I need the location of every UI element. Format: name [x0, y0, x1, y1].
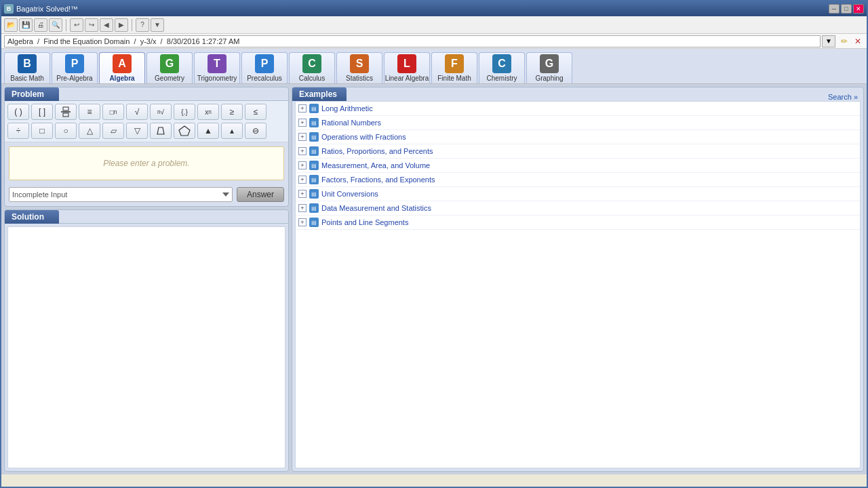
search-link[interactable]: Search » [828, 90, 863, 101]
example-item-data-measurement[interactable]: + ▤ Data Measurement and Statistics [296, 201, 860, 216]
back-button[interactable]: ◀ [100, 18, 113, 32]
exponent-symbol[interactable]: □n [102, 104, 124, 120]
tab-algebra[interactable]: A Algebra [99, 52, 145, 83]
triangle-symbol[interactable]: △ [79, 123, 100, 139]
app-icon: B [4, 4, 14, 14]
title-bar-left: B Bagatrix Solved!™ [4, 4, 78, 14]
paren-symbol[interactable]: ( ) [7, 104, 29, 120]
problem-section: Problem ( ) [ ] ≡ □n √ n√ {.} [4, 87, 289, 207]
geq-symbol[interactable]: ≥ [221, 104, 243, 120]
help-button[interactable]: ? [136, 18, 149, 32]
finite-math-icon: F [445, 54, 464, 73]
absolute-symbol[interactable]: {.} [174, 104, 195, 120]
answer-button[interactable]: Answer [237, 187, 284, 202]
tab-basic-math[interactable]: B Basic Math [4, 52, 50, 83]
clear-breadcrumb-button[interactable]: ✕ [852, 35, 864, 47]
example-label-ratios: Ratios, Proportions, and Percents [321, 147, 433, 155]
tab-statistics[interactable]: S Statistics [336, 52, 382, 83]
algebra-label: Algebra [109, 75, 134, 82]
breadcrumb-input[interactable] [4, 35, 821, 47]
circle-symbol[interactable]: ○ [55, 123, 77, 139]
algebra-icon: A [113, 54, 132, 73]
example-item-operations-fractions[interactable]: + ▤ Operations with Fractions [296, 130, 860, 144]
linear-algebra-label: Linear Algebra [385, 75, 429, 82]
tab-chemistry[interactable]: C Chemistry [479, 52, 525, 83]
zoom-button[interactable]: 🔍 [49, 18, 62, 32]
triangle2-symbol[interactable]: ▽ [126, 123, 148, 139]
divide-symbol[interactable]: ÷ [7, 123, 29, 139]
solution-section: Solution [4, 209, 289, 472]
svg-rect-1 [63, 107, 68, 110]
print-button[interactable]: 🖨 [34, 18, 47, 32]
status-dropdown[interactable]: Incomplete Input [9, 187, 233, 202]
calculus-label: Calculus [299, 75, 325, 82]
tab-finite-math[interactable]: F Finite Math [431, 52, 477, 83]
bracket-symbol[interactable]: [ ] [31, 104, 53, 120]
main-window: B Bagatrix Solved!™ ─ □ ✕ 📂 💾 🖨 🔍 ↩ ↪ ◀ … [0, 0, 868, 488]
close-button[interactable]: ✕ [853, 4, 864, 14]
open-button[interactable]: 📂 [4, 18, 18, 32]
tab-pre-algebra[interactable]: P Pre-Algebra [52, 52, 98, 83]
fraction-symbol[interactable] [55, 104, 77, 120]
save-button[interactable]: 💾 [19, 18, 33, 32]
example-item-factors[interactable]: + ▤ Factors, Fractions, and Exponents [296, 173, 860, 187]
minus-circle-symbol[interactable]: ⊖ [245, 123, 267, 139]
expand-icon-unit-conversions[interactable]: + [298, 190, 307, 198]
problem-input-area[interactable]: Please enter a problem. [9, 146, 284, 180]
example-item-rational-numbers[interactable]: + ▤ Rational Numbers [296, 116, 860, 130]
statistics-icon: S [350, 54, 369, 73]
example-item-long-arithmetic[interactable]: + ▤ Long Arithmetic [296, 102, 860, 116]
expand-icon-measurement[interactable]: + [298, 161, 307, 169]
svg-marker-4 [179, 126, 190, 136]
example-label-operations-fractions: Operations with Fractions [321, 133, 406, 141]
solution-header: Solution [5, 210, 59, 224]
redo-button[interactable]: ↪ [85, 18, 98, 32]
help-dropdown-button[interactable]: ▼ [151, 18, 164, 32]
triangle4-symbol[interactable]: ▴ [221, 123, 243, 139]
example-item-unit-conversions[interactable]: + ▤ Unit Conversions [296, 187, 860, 201]
leq-symbol[interactable]: ≤ [245, 104, 267, 120]
nth-root-symbol[interactable]: n√ [150, 104, 172, 120]
maximize-button[interactable]: □ [841, 4, 852, 14]
expand-icon-data-measurement[interactable]: + [298, 204, 307, 212]
svg-marker-3 [157, 127, 164, 134]
title-bar: B Bagatrix Solved!™ ─ □ ✕ [1, 1, 867, 16]
tab-precalculus[interactable]: P Precalculus [241, 52, 288, 83]
expand-icon-operations-fractions[interactable]: + [298, 133, 307, 141]
category-icon-data-measurement: ▤ [309, 203, 319, 213]
example-item-measurement[interactable]: + ▤ Measurement, Area, and Volume [296, 159, 860, 173]
undo-button[interactable]: ↩ [70, 18, 83, 32]
symbol-row-2: ÷ □ ○ △ ▱ ▽ ▲ ▴ ⊖ [7, 123, 285, 139]
superscript-symbol[interactable]: xn [197, 104, 219, 120]
expand-icon-factors[interactable]: + [298, 176, 307, 184]
expand-icon-long-arithmetic[interactable]: + [298, 104, 307, 113]
separator-1 [66, 19, 66, 31]
tab-trigonometry[interactable]: T Trigonometry [194, 52, 240, 83]
expand-icon-ratios[interactable]: + [298, 147, 307, 155]
symbol-toolbar: ( ) [ ] ≡ □n √ n√ {.} xn ≥ ≤ [5, 101, 288, 142]
expand-icon-rational-numbers[interactable]: + [298, 119, 307, 127]
symbol-row-1: ( ) [ ] ≡ □n √ n√ {.} xn ≥ ≤ [7, 104, 285, 120]
trapezoid-symbol[interactable] [150, 123, 172, 139]
equals-symbol[interactable]: ≡ [79, 104, 100, 120]
parallelogram-symbol[interactable]: ▱ [102, 123, 124, 139]
expand-icon-points[interactable]: + [298, 218, 307, 226]
tab-graphing[interactable]: G Graphing [526, 52, 572, 83]
edit-breadcrumb-button[interactable]: ✏ [838, 35, 850, 47]
square-symbol[interactable]: □ [31, 123, 53, 139]
problem-header-bar: Problem [5, 87, 288, 101]
minimize-button[interactable]: ─ [829, 4, 840, 14]
tab-geometry[interactable]: G Geometry [146, 52, 193, 83]
triangle3-symbol[interactable]: ▲ [197, 123, 219, 139]
left-panel: Problem ( ) [ ] ≡ □n √ n√ {.} [4, 87, 289, 472]
breadcrumb-dropdown[interactable]: ▼ [822, 35, 835, 47]
forward-button[interactable]: ▶ [115, 18, 128, 32]
example-item-points[interactable]: + ▤ Points and Line Segments [296, 216, 860, 230]
finite-math-label: Finite Math [437, 75, 471, 82]
pentagon-symbol[interactable] [174, 123, 195, 139]
example-item-ratios[interactable]: + ▤ Ratios, Proportions, and Percents [296, 144, 860, 159]
tab-calculus[interactable]: C Calculus [289, 52, 335, 83]
geometry-icon: G [160, 54, 179, 73]
sqrt-symbol[interactable]: √ [126, 104, 148, 120]
tab-linear-algebra[interactable]: L Linear Algebra [384, 52, 430, 83]
